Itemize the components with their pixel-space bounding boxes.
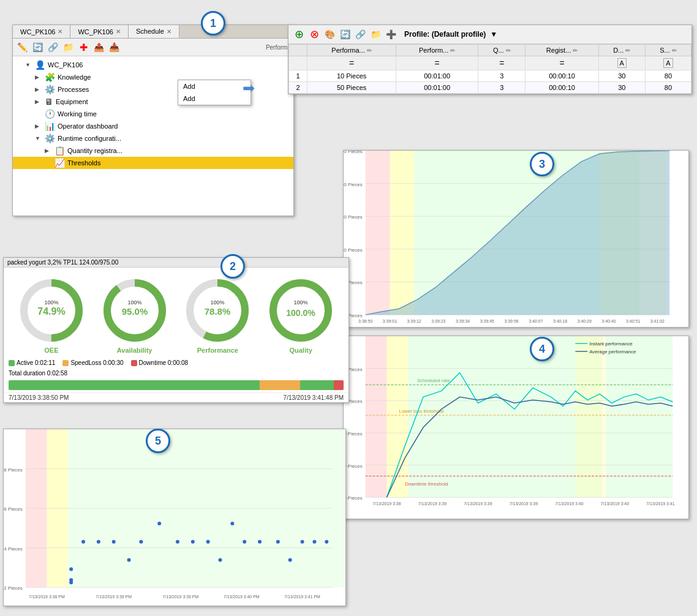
row2-col4[interactable]: 00:00:10 bbox=[526, 82, 598, 94]
tree-item-equipment[interactable]: ▶ 🖥 Equipment bbox=[13, 96, 293, 108]
col-perform-label: Perform... bbox=[419, 47, 448, 54]
tree-item-workingtime[interactable]: 🕐 Working time bbox=[13, 108, 293, 120]
add-menu-item-2[interactable]: Add bbox=[178, 92, 251, 105]
tree-quantity-expand[interactable]: ▶ bbox=[45, 148, 55, 154]
tree-processes-expand[interactable]: ▶ bbox=[35, 86, 45, 92]
badge-1-label: 1 bbox=[210, 17, 216, 30]
filter-col3[interactable]: = bbox=[478, 56, 526, 70]
filter-num bbox=[289, 56, 307, 70]
row2-col3[interactable]: 3 bbox=[478, 82, 526, 94]
add-highlighted-icon[interactable]: ✚ bbox=[77, 40, 90, 54]
svg-text:2 Pieces: 2 Pieces bbox=[4, 585, 22, 591]
export-icon[interactable]: 📤 bbox=[92, 40, 105, 54]
scatter-chart-svg: 8 Pieces 6 Pieces 4 Pieces 2 Pieces 7/13… bbox=[4, 429, 345, 606]
badge-4: 4 bbox=[530, 337, 554, 361]
donut-performance: 100% 78.8% Performance bbox=[181, 277, 254, 354]
row1-col3[interactable]: 3 bbox=[478, 70, 526, 82]
tree-opdash-expand[interactable]: ▶ bbox=[35, 123, 45, 129]
cumulative-chart-panel: 100 Pieces 80 Pieces 60 Pieces 40 Pieces… bbox=[343, 150, 689, 328]
filter-col5[interactable]: A bbox=[598, 56, 645, 70]
folder-icon[interactable]: 📁 bbox=[61, 40, 75, 54]
tree-root[interactable]: ▼ 👤 WC_PK106 bbox=[13, 59, 293, 71]
tree-knowledge-icon: 🧩 bbox=[45, 72, 55, 82]
badge-2: 2 bbox=[220, 254, 245, 279]
performance-chart-svg: 50 Pieces 40 Pieces 30 Pieces 20 Pieces … bbox=[344, 336, 688, 519]
svg-text:7/13/2019 3:41 PM: 7/13/2019 3:41 PM bbox=[284, 595, 320, 599]
tab-wc1-close[interactable]: ✕ bbox=[58, 28, 62, 35]
row2-col5[interactable]: 30 bbox=[598, 82, 645, 94]
profile-export-icon[interactable]: 🎨 bbox=[323, 28, 336, 41]
profile-refresh-icon[interactable]: 🔄 bbox=[338, 28, 352, 41]
tab-schedule-close[interactable]: ✕ bbox=[167, 28, 171, 35]
svg-text:7/13/2019 3:38: 7/13/2019 3:38 bbox=[372, 501, 401, 506]
legend-downtime-dot bbox=[131, 360, 137, 366]
profile-delete-icon[interactable]: ⊗ bbox=[307, 28, 321, 41]
row1-col4[interactable]: 00:00:10 bbox=[526, 70, 598, 82]
tree-root-label: WC_PK106 bbox=[48, 61, 83, 69]
col-performa-edit[interactable]: ✏ bbox=[367, 47, 372, 54]
col-q-edit[interactable]: ✏ bbox=[506, 47, 511, 54]
filter-col6[interactable]: A bbox=[645, 56, 691, 70]
donut-oee-wrapper: 100% 74.9% bbox=[18, 277, 85, 344]
performance-chart-panel: 50 Pieces 40 Pieces 30 Pieces 20 Pieces … bbox=[343, 336, 689, 519]
svg-text:20 Pieces: 20 Pieces bbox=[344, 464, 363, 469]
tree-root-expand[interactable]: ▼ bbox=[25, 62, 35, 68]
svg-text:Scheduled rate: Scheduled rate bbox=[417, 378, 450, 383]
filter-col4[interactable]: = bbox=[526, 56, 598, 70]
tree-item-quantity[interactable]: ▶ 📋 Quantity registra... bbox=[13, 145, 293, 157]
filter-col2[interactable]: = bbox=[396, 56, 478, 70]
gantt-active-seg bbox=[9, 380, 260, 390]
tree-item-opdash[interactable]: ▶ 📊 Operator dashboard bbox=[13, 120, 293, 132]
svg-text:7/13/2019 3:39: 7/13/2019 3:39 bbox=[464, 501, 492, 506]
profile-link-icon[interactable]: 🔗 bbox=[353, 28, 367, 41]
svg-rect-34 bbox=[408, 336, 603, 497]
row2-col1[interactable]: 50 Pieces bbox=[307, 82, 396, 94]
filter-btn-a1[interactable]: A bbox=[617, 58, 627, 68]
add-menu-item-1[interactable]: Add bbox=[178, 80, 251, 92]
tree-item-thresholds[interactable]: 📈 Thresholds bbox=[13, 157, 293, 169]
col-d-edit[interactable]: ✏ bbox=[625, 47, 630, 54]
svg-point-100 bbox=[206, 540, 210, 544]
row1-col2[interactable]: 00:01:00 bbox=[396, 70, 478, 82]
legend-speedloss-dot bbox=[62, 360, 69, 366]
svg-text:8 Pieces: 8 Pieces bbox=[4, 467, 22, 473]
gantt-down-seg bbox=[334, 380, 344, 390]
svg-text:30 Pieces: 30 Pieces bbox=[344, 431, 363, 437]
filter-col1[interactable]: = bbox=[307, 56, 396, 70]
tree-knowledge-expand[interactable]: ▶ bbox=[35, 74, 45, 80]
tree-item-runtime[interactable]: ▼ ⚙️ Runtime configurati... bbox=[13, 132, 293, 145]
legend-downtime-label: Downtime 0:00:08 bbox=[139, 359, 189, 366]
row1-col5[interactable]: 30 bbox=[598, 70, 645, 82]
tab-wc1[interactable]: WC_PK106 ✕ bbox=[13, 25, 70, 38]
col-perform-edit[interactable]: ✏ bbox=[450, 47, 455, 54]
svg-point-92 bbox=[81, 540, 85, 544]
tree-equipment-expand[interactable]: ▶ bbox=[35, 99, 45, 105]
edit-icon[interactable]: ✏️ bbox=[15, 40, 29, 54]
tree-toolbar: ✏️ 🔄 🔗 📁 ✚ 📤 📥 Performa bbox=[13, 39, 293, 56]
row1-col1[interactable]: 10 Pieces bbox=[307, 70, 396, 82]
row2-col2[interactable]: 00:01:00 bbox=[396, 82, 478, 94]
import-icon[interactable]: 📥 bbox=[107, 40, 121, 54]
profile-folder-icon[interactable]: 📁 bbox=[369, 28, 382, 41]
row1-col6[interactable]: 80 bbox=[645, 70, 691, 82]
svg-text:3:39:56: 3:39:56 bbox=[504, 319, 518, 323]
profile-dropdown-icon[interactable]: ▼ bbox=[490, 30, 497, 39]
tab-wc2[interactable]: WC_PK106 ✕ bbox=[70, 25, 128, 38]
tab-wc1-label: WC_PK106 bbox=[20, 28, 55, 36]
tree-opdash-label: Operator dashboard bbox=[58, 122, 118, 130]
svg-text:80 Pieces: 80 Pieces bbox=[344, 182, 363, 187]
col-regist-edit[interactable]: ✏ bbox=[573, 47, 578, 54]
svg-rect-2 bbox=[390, 151, 414, 315]
row2-col6[interactable]: 80 bbox=[645, 82, 691, 94]
profile-add-icon[interactable]: ⊕ bbox=[292, 28, 306, 41]
refresh-icon[interactable]: 🔄 bbox=[31, 40, 44, 54]
profile-add2-icon[interactable]: ➕ bbox=[384, 28, 397, 41]
filter-btn-a2[interactable]: A bbox=[663, 58, 673, 68]
tab-wc2-close[interactable]: ✕ bbox=[116, 28, 121, 35]
tab-schedule[interactable]: Schedule ✕ bbox=[129, 25, 179, 38]
col-s-edit[interactable]: ✏ bbox=[672, 47, 677, 54]
tree-runtime-expand[interactable]: ▼ bbox=[35, 135, 45, 141]
link-icon[interactable]: 🔗 bbox=[46, 40, 59, 54]
svg-point-106 bbox=[288, 558, 292, 562]
svg-text:100%: 100% bbox=[127, 299, 141, 306]
